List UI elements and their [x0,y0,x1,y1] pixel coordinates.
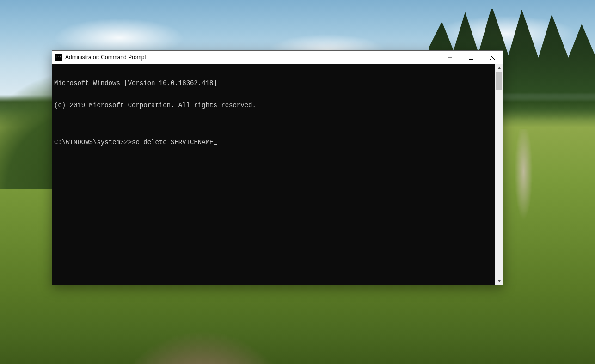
chevron-up-icon [497,66,501,70]
window-title: Administrator: Command Prompt [65,54,146,61]
window-controls [439,51,503,64]
minimize-icon [448,55,452,60]
titlebar[interactable]: Administrator: Command Prompt [52,51,503,64]
terminal-prompt-line: C:\WINDOWS\system32>sc delete SERVICENAM… [54,139,493,146]
close-button[interactable] [482,51,503,64]
scroll-up-button[interactable] [495,64,503,72]
terminal-command: sc delete SERVICENAME [132,139,213,146]
chevron-down-icon [497,279,501,283]
cmd-icon [55,54,62,61]
minimize-button[interactable] [439,51,460,64]
close-icon [490,55,495,60]
scroll-down-button[interactable] [495,277,503,285]
terminal-cursor [214,144,217,145]
client-area: Microsoft Windows [Version 10.0.18362.41… [52,64,503,285]
command-prompt-window: Administrator: Command Prompt Microsoft … [52,50,503,285]
svg-marker-4 [498,67,501,69]
maximize-button[interactable] [460,51,482,64]
terminal-line: Microsoft Windows [Version 10.0.18362.41… [54,79,493,87]
terminal-line: (c) 2019 Microsoft Corporation. All righ… [54,102,493,109]
svg-rect-1 [469,55,473,60]
terminal-prompt: C:\WINDOWS\system32> [54,139,132,146]
vertical-scrollbar[interactable] [495,64,503,285]
svg-marker-5 [498,280,501,282]
scrollbar-thumb[interactable] [496,72,502,90]
maximize-icon [469,55,473,60]
scrollbar-track[interactable] [495,72,503,277]
terminal-output[interactable]: Microsoft Windows [Version 10.0.18362.41… [52,64,495,285]
